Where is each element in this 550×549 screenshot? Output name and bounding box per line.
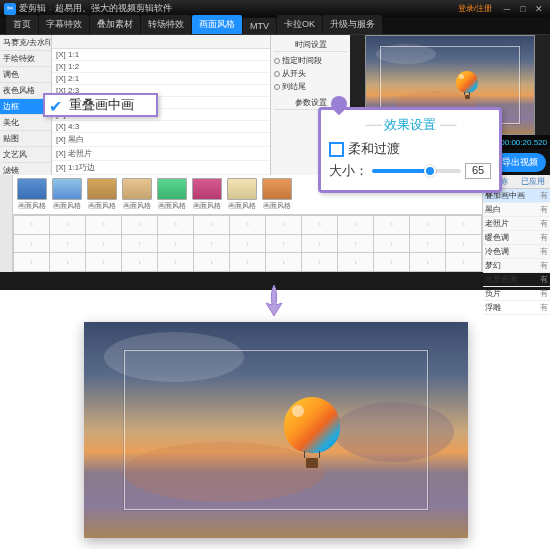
sidebar-item-8[interactable]: 滤镜 [0, 163, 51, 175]
grid-cell[interactable]: › [194, 253, 229, 271]
grid-cell[interactable]: › [194, 216, 229, 234]
clip-grid[interactable]: ››››››››››››››››››››››››››››››››››››››› [13, 215, 482, 272]
radio-0[interactable]: 指定时间段 [274, 54, 347, 67]
minimize-icon[interactable]: ─ [500, 3, 514, 15]
balloon-icon [456, 71, 478, 101]
grid-cell[interactable]: › [338, 253, 373, 271]
callout-label: 重叠画中画 [69, 96, 134, 114]
list-item[interactable]: [X] 1:1 [52, 49, 270, 61]
grid-cell[interactable]: › [50, 235, 85, 253]
list-item[interactable]: [X] 老照片 [52, 147, 270, 161]
size-slider[interactable] [372, 169, 461, 173]
thumbnail[interactable]: 画面风格 [51, 178, 83, 211]
sidebar-item-1[interactable]: 手绘特效 [0, 51, 51, 67]
grid-cell[interactable]: › [446, 216, 481, 234]
list-item[interactable]: [X] 2:1 [52, 73, 270, 85]
tab-0[interactable]: 首页 [6, 15, 38, 34]
grid-cell[interactable]: › [302, 253, 337, 271]
grid-cell[interactable]: › [86, 235, 121, 253]
arrow-down-icon [260, 283, 288, 317]
balloon-icon [284, 397, 340, 473]
effect-row[interactable]: 老照片有 [483, 217, 550, 231]
list-header [52, 35, 270, 49]
grid-cell[interactable]: › [374, 216, 409, 234]
grid-cell[interactable]: › [338, 216, 373, 234]
tab-3[interactable]: 转场特效 [141, 15, 191, 34]
grid-cell[interactable]: › [158, 216, 193, 234]
radio-1[interactable]: 从开头 [274, 67, 347, 80]
effect-row[interactable]: 水墨色调有 [483, 273, 550, 287]
grid-cell[interactable]: › [374, 253, 409, 271]
thumbnail[interactable]: 画面风格 [156, 178, 188, 211]
thumbnail[interactable]: 画面风格 [261, 178, 293, 211]
effect-row[interactable]: 浮雕有 [483, 301, 550, 315]
soft-transition-checkbox[interactable] [329, 142, 344, 157]
tab-2[interactable]: 叠加素材 [90, 15, 140, 34]
thumbnail[interactable]: 画面风格 [226, 178, 258, 211]
callout-overlap-pip: ✔ 重叠画中画 [43, 93, 158, 117]
grid-cell[interactable]: › [14, 235, 49, 253]
grid-cell[interactable]: › [230, 216, 265, 234]
size-value-input[interactable]: 65 [465, 163, 491, 179]
list-item[interactable]: [X] 1:1巧边 [52, 161, 270, 175]
list-item[interactable]: [X] 1:2 [52, 61, 270, 73]
tab-7[interactable]: 升级与服务 [323, 15, 382, 34]
thumbnail[interactable]: 画面风格 [121, 178, 153, 211]
grid-cell[interactable]: › [338, 235, 373, 253]
grid-cell[interactable]: › [122, 216, 157, 234]
list-item[interactable]: [X] 4:3 [52, 121, 270, 133]
tab-1[interactable]: 字幕特效 [39, 15, 89, 34]
list-item[interactable]: [X] 黑白 [52, 133, 270, 147]
grid-cell[interactable]: › [230, 235, 265, 253]
app-logo-icon: ✂ [4, 3, 16, 15]
sidebar-item-7[interactable]: 文艺风 [0, 147, 51, 163]
grid-cell[interactable]: › [446, 253, 481, 271]
grid-cell[interactable]: › [86, 253, 121, 271]
tab-6[interactable]: 卡拉OK [277, 15, 322, 34]
grid-cell[interactable]: › [266, 216, 301, 234]
effect-row[interactable]: 黑白有 [483, 203, 550, 217]
maximize-icon[interactable]: □ [516, 3, 530, 15]
thumbnail[interactable]: 画面风格 [191, 178, 223, 211]
grid-cell[interactable]: › [50, 253, 85, 271]
pip-frame [124, 350, 428, 510]
sidebar-item-2[interactable]: 调色 [0, 67, 51, 83]
radio-2[interactable]: 到结尾 [274, 80, 347, 93]
grid-cell[interactable]: › [194, 235, 229, 253]
slider-knob[interactable] [424, 165, 436, 177]
grid-cell[interactable]: › [302, 216, 337, 234]
grid-cell[interactable]: › [86, 216, 121, 234]
track-head [0, 175, 13, 272]
grid-cell[interactable]: › [446, 235, 481, 253]
tab-5[interactable]: MTV [243, 18, 276, 34]
grid-cell[interactable]: › [158, 235, 193, 253]
sidebar-item-0[interactable]: 马赛克/去水印 [0, 35, 51, 51]
grid-cell[interactable]: › [122, 253, 157, 271]
grid-cell[interactable]: › [266, 235, 301, 253]
tab-4[interactable]: 画面风格 [192, 15, 242, 34]
grid-cell[interactable]: › [14, 253, 49, 271]
grid-cell[interactable]: › [410, 253, 445, 271]
thumbnail[interactable]: 画面风格 [16, 178, 48, 211]
grid-cell[interactable]: › [230, 253, 265, 271]
user-login-link[interactable]: 登录/注册 [458, 3, 492, 14]
effect-row[interactable]: 暖色调有 [483, 231, 550, 245]
grid-cell[interactable]: › [410, 235, 445, 253]
sidebar-item-6[interactable]: 贴图 [0, 131, 51, 147]
grid-cell[interactable]: › [266, 253, 301, 271]
effect-row[interactable]: 冷色调有 [483, 245, 550, 259]
result-preview [84, 322, 468, 538]
sidebar-item-5[interactable]: 美化 [0, 115, 51, 131]
grid-cell[interactable]: › [50, 216, 85, 234]
grid-cell[interactable]: › [302, 235, 337, 253]
effect-row[interactable]: 负片有 [483, 287, 550, 301]
app-title: 爱剪辑 [19, 2, 46, 15]
close-icon[interactable]: ✕ [532, 3, 546, 15]
grid-cell[interactable]: › [122, 235, 157, 253]
grid-cell[interactable]: › [14, 216, 49, 234]
thumbnail[interactable]: 画面风格 [86, 178, 118, 211]
effect-row[interactable]: 梦幻有 [483, 259, 550, 273]
grid-cell[interactable]: › [374, 235, 409, 253]
grid-cell[interactable]: › [410, 216, 445, 234]
grid-cell[interactable]: › [158, 253, 193, 271]
